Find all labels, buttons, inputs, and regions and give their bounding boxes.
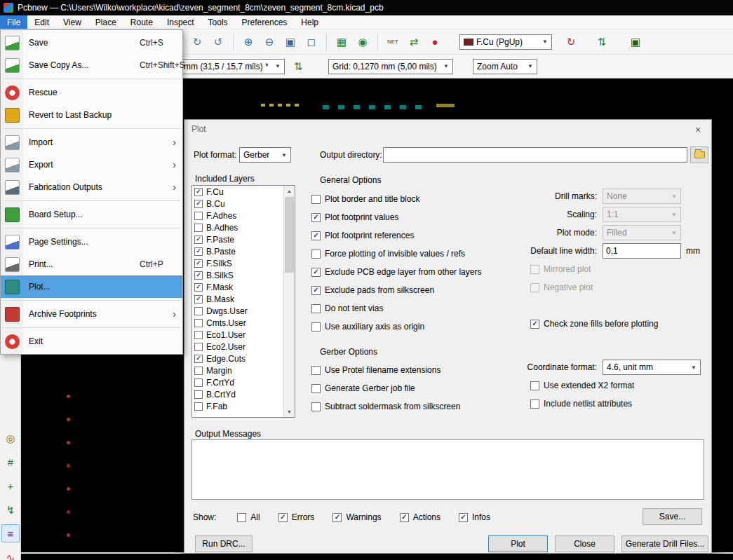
plot-format-select[interactable]: Gerber ▼ [239,147,291,163]
layer-row-dwgs-user[interactable]: Dwgs.User [192,305,284,317]
option-warnings[interactable]: ✓Warnings [332,510,381,524]
checkbox-actions[interactable]: ✓ [400,513,409,522]
zoom-selection-icon[interactable]: ◻ [302,33,321,51]
netlist-icon[interactable]: NET [384,33,402,51]
layer-pair-icon[interactable]: ⇅ [593,33,611,51]
layer-row-b-silks[interactable]: ✓B.SilkS [192,269,284,281]
update-pcb-icon[interactable]: ⇄ [405,33,423,51]
checkbox-check-zone-fills-before-plotting[interactable]: ✓ [530,320,539,329]
menubar-item-preferences[interactable]: Preferences [235,15,295,29]
grid-select[interactable]: Grid: 0,1270 mm (5,00 mils)▼ [328,59,453,74]
generate-drill-files-button[interactable]: Generate Drill Files... [621,535,708,552]
layer-row-cmts-user[interactable]: Cmts.User [192,317,284,329]
redraw-icon[interactable]: ↺ [209,33,227,51]
zoom-out-icon[interactable]: ⊖ [260,33,278,51]
menubar-item-place[interactable]: Place [88,15,123,29]
layer-row-b-crtyd[interactable]: B.CrtYd [192,388,284,400]
zoom-fit-icon[interactable]: ▣ [281,33,300,51]
layer-row-f-fab[interactable]: F.Fab [192,400,284,412]
close-button[interactable]: Close [555,535,614,552]
checkbox-plot-border-and-title-block[interactable] [311,195,321,204]
menubar-item-inspect[interactable]: Inspect [160,15,201,29]
menu-item-exit[interactable]: Exit [1,330,182,353]
layer-checkbox[interactable]: ✓ [194,271,203,280]
layer-row-margin[interactable]: Margin [192,364,284,376]
menu-item-export[interactable]: Export› [1,153,182,176]
layer-checkbox[interactable]: ✓ [194,188,203,196]
option-use-extended-x2-format[interactable]: Use extended X2 format [530,376,701,395]
option-all[interactable]: All [237,510,260,524]
checkbox-use-auxiliary-axis-as-origin[interactable] [311,322,321,332]
option-exclude-pcb-edge-layer-from-other-layers[interactable]: ✓Exclude PCB edge layer from other layer… [311,263,481,281]
checkbox-exclude-pads-from-silkscreen[interactable]: ✓ [311,286,321,295]
checkbox-include-netlist-attributes[interactable] [530,399,539,409]
footprint-browser-icon[interactable]: ◉ [354,33,372,51]
option-errors[interactable]: ✓Errors [278,510,315,524]
close-icon[interactable]: × [690,123,706,137]
menu-item-rescue[interactable]: Rescue [1,81,182,104]
layer-row-f-crtyd[interactable]: F.CrtYd [192,376,284,388]
show-ratsnest-icon[interactable]: # [1,453,20,471]
drc-bug-icon[interactable]: ● [426,33,444,51]
layer-select[interactable]: F.Cu (PgUp)▼ [459,34,552,50]
layer-checkbox[interactable] [194,390,203,399]
menubar-item-help[interactable]: Help [294,15,325,29]
scroll-up-icon[interactable]: ▲ [284,186,295,196]
layer-checkbox[interactable] [194,212,203,220]
units-icon[interactable]: ⇅ [289,57,307,76]
menubar-item-route[interactable]: Route [123,15,160,29]
run-drc-button[interactable]: Run DRC... [195,535,253,552]
menu-item-import[interactable]: Import› [1,131,182,153]
option-plot-footprint-references[interactable]: ✓Plot footprint references [311,226,481,245]
output-messages-box[interactable] [191,439,704,500]
option-actions[interactable]: ✓Actions [400,510,441,524]
menu-item-save[interactable]: SaveCtrl+S [1,32,182,54]
option-check-zone-fills-before-plotting[interactable]: ✓Check zone fills before plotting [530,315,681,333]
menubar-item-file[interactable]: File [0,15,27,29]
swap-layer-icon[interactable]: ↻ [562,33,580,51]
menu-item-archive-footprints[interactable]: Archive Footprints› [1,303,182,325]
layer-checkbox[interactable]: ✓ [194,283,203,292]
layer-checkbox[interactable]: ✓ [194,200,203,208]
menu-item-plot[interactable]: Plot... [1,275,182,298]
local-ratsnest-icon[interactable]: + [1,477,20,495]
layer-row-b-paste[interactable]: ✓B.Paste [192,245,284,257]
layer-checkbox[interactable]: ✓ [194,355,203,363]
menubar-item-tools[interactable]: Tools [201,15,235,29]
default-line-width-input[interactable] [603,243,681,259]
layer-checkbox[interactable] [194,367,203,375]
menubar-item-edit[interactable]: Edit [27,15,56,29]
layer-checkbox[interactable] [194,343,203,351]
option-force-plotting-of-invisible-values-refs[interactable]: Force plotting of invisible values / ref… [311,245,481,263]
layer-checkbox[interactable]: ✓ [194,235,203,244]
highlight-net-icon[interactable]: ◎ [1,429,20,447]
option-infos[interactable]: ✓Infos [459,510,490,524]
menu-item-print[interactable]: Print...Ctrl+P [1,253,182,275]
layer-row-b-mask[interactable]: ✓B.Mask [192,293,284,305]
option-do-not-tent-vias[interactable]: Do not tent vias [311,299,481,317]
checkbox-subtract-soldermask-from-silkscreen[interactable] [311,402,321,411]
layer-checkbox[interactable] [194,331,203,339]
layer-row-f-mask[interactable]: ✓F.Mask [192,281,284,293]
menubar-item-view[interactable]: View [56,15,88,29]
refresh-view-icon[interactable]: ↻ [188,33,206,51]
option-generate-gerber-job-file[interactable]: Generate Gerber job file [311,379,460,397]
layer-checkbox[interactable]: ✓ [194,295,203,303]
option-plot-border-and-title-block[interactable]: Plot border and title block [311,190,481,208]
included-layers-list[interactable]: ✓F.Cu✓B.CuF.AdhesB.Adhes✓F.Paste✓B.Paste… [191,185,295,418]
checkbox-infos[interactable]: ✓ [459,513,468,522]
layer-row-f-adhes[interactable]: F.Adhes [192,210,284,221]
checkbox-plot-footprint-values[interactable]: ✓ [311,213,321,222]
option-subtract-soldermask-from-silkscreen[interactable]: Subtract soldermask from silkscreen [311,397,460,416]
zoom-select[interactable]: Zoom Auto▼ [473,59,537,74]
menu-item-board-setup[interactable]: Board Setup... [1,203,182,226]
checkbox-generate-gerber-job-file[interactable] [311,384,321,393]
layer-checkbox[interactable] [194,402,203,411]
zoom-in-icon[interactable]: ⊕ [239,33,257,51]
layer-checkbox[interactable] [194,307,203,315]
option-include-netlist-attributes[interactable]: Include netlist attributes [530,395,701,413]
menu-item-save-copy-as[interactable]: Save Copy As...Ctrl+Shift+S [1,54,182,76]
layer-checkbox[interactable] [194,378,203,387]
differential-pair-icon[interactable]: ∿ [1,548,20,560]
checkbox-force-plotting-of-invisible-values-refs[interactable] [311,250,321,259]
